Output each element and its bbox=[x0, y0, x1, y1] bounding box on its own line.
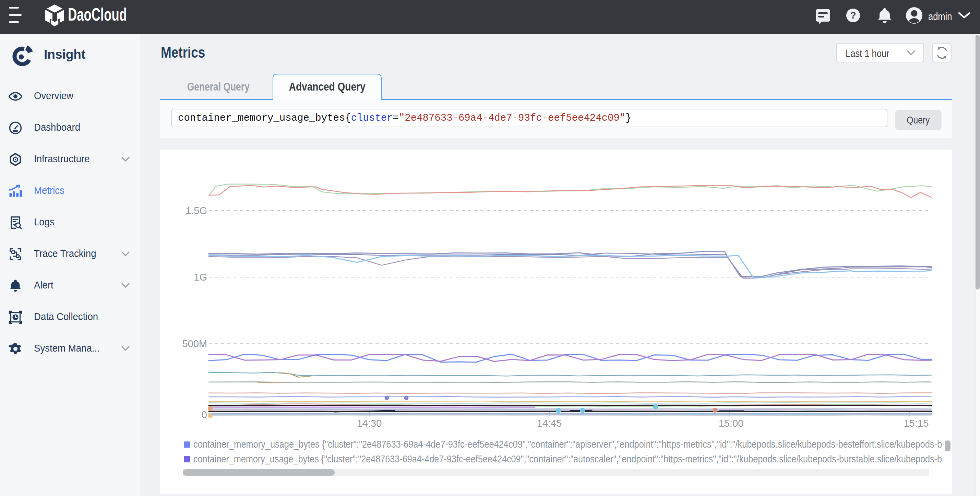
svg-text:container_memory_usage_bytes {: container_memory_usage_bytes {"cluster":… bbox=[193, 453, 942, 464]
svg-text:1.5G: 1.5G bbox=[186, 205, 207, 216]
svg-text:container_memory_usage_bytes {: container_memory_usage_bytes {"cluster":… bbox=[193, 439, 942, 450]
svg-text:0: 0 bbox=[202, 409, 207, 420]
svg-text:15:15: 15:15 bbox=[904, 418, 929, 429]
svg-text:1G: 1G bbox=[194, 272, 207, 283]
svg-text:15:00: 15:00 bbox=[719, 418, 744, 429]
svg-text:14:30: 14:30 bbox=[357, 418, 382, 429]
svg-text:?: ? bbox=[850, 10, 856, 21]
svg-text:14:45: 14:45 bbox=[537, 418, 562, 429]
svg-text:500M: 500M bbox=[182, 338, 207, 349]
